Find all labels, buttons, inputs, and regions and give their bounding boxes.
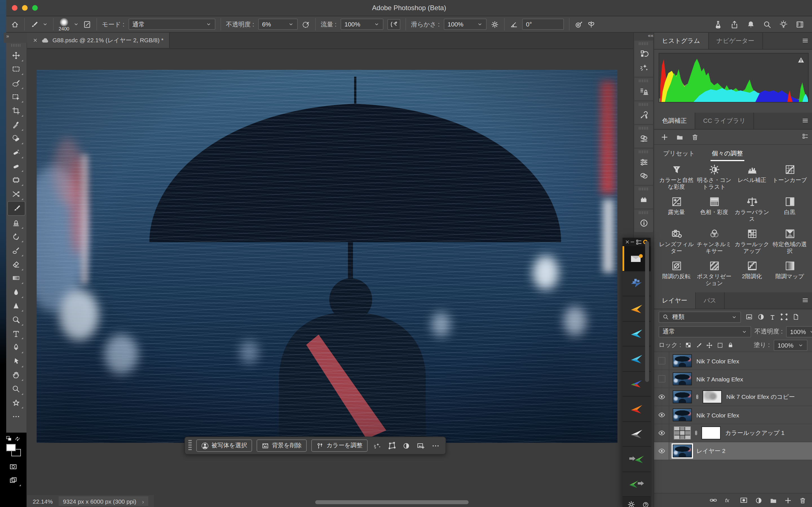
- add-mask-icon[interactable]: [740, 496, 748, 504]
- tab-cc-libraries[interactable]: CC ライブラリ: [695, 113, 754, 129]
- document-tab[interactable]: G88.psdc @ 22.1% (レイヤー 2, RGB/8) *: [27, 33, 170, 48]
- nik-help-icon[interactable]: [642, 501, 649, 507]
- layer-row[interactable]: Nik 7 Color Efex: [654, 406, 812, 424]
- airbrush-toggle[interactable]: [388, 19, 400, 30]
- adjustment-venn[interactable]: チャンネルミキサー: [695, 228, 733, 255]
- group-icon[interactable]: [676, 133, 683, 140]
- filter-shape-layers-icon[interactable]: [780, 313, 788, 321]
- layer-row[interactable]: Nik 7 Color Efex: [654, 352, 812, 370]
- lock-artboard-icon[interactable]: [717, 342, 723, 348]
- eraser-tool[interactable]: [7, 258, 24, 271]
- type-tool[interactable]: [7, 327, 24, 341]
- dock-collapse[interactable]: ««: [631, 33, 656, 41]
- adjustment-scale[interactable]: カラーバランス: [733, 196, 771, 223]
- fill-field[interactable]: 100%: [774, 339, 808, 351]
- hand-tool[interactable]: [7, 368, 24, 382]
- layer-name[interactable]: Nik 7 Color Efex のコピー: [726, 393, 795, 401]
- dodge-tool[interactable]: [7, 313, 24, 327]
- brush-tool-preset-icon[interactable]: [30, 20, 38, 29]
- filter-smart-object-icon[interactable]: [792, 313, 800, 321]
- tab-navigator[interactable]: ナビゲーター: [709, 33, 763, 49]
- delete-icon[interactable]: [691, 133, 699, 140]
- lock-all-icon[interactable]: [727, 342, 733, 348]
- info-icon[interactable]: [639, 216, 648, 230]
- layer-row[interactable]: Nik 7 Color Efex のコピー: [654, 388, 812, 406]
- panel-menu-icon[interactable]: [802, 117, 809, 124]
- toolbar-collapse[interactable]: »: [4, 33, 29, 43]
- zoom-tool[interactable]: [7, 382, 24, 396]
- edit-toolbar[interactable]: [7, 410, 24, 424]
- layer-name[interactable]: Nik 7 Color Efex: [696, 411, 739, 418]
- layer-mask-link-icon[interactable]: [694, 394, 700, 400]
- layer-name[interactable]: Nik 7 Analog Efex: [696, 376, 743, 382]
- panel-menu-icon[interactable]: [802, 297, 809, 304]
- tab-adjustments[interactable]: 色調補正: [654, 113, 695, 129]
- chevron-down-icon[interactable]: [42, 21, 48, 27]
- panel-menu-icon[interactable]: [802, 37, 809, 44]
- content-aware-move-tool[interactable]: [7, 187, 24, 201]
- nik-scrollbar[interactable]: [645, 241, 649, 382]
- layer-name[interactable]: レイヤー 2: [696, 447, 725, 455]
- transform-icon[interactable]: [388, 442, 396, 450]
- remove-background-button[interactable]: 背景を削除: [257, 439, 307, 452]
- generative-sparkle-icon[interactable]: [639, 61, 648, 74]
- nik-orange-red[interactable]: [622, 397, 651, 421]
- adjustment-huesat[interactable]: 色相・彩度: [695, 196, 733, 223]
- brush-preview[interactable]: 2400: [59, 18, 69, 31]
- visibility-eye-icon[interactable]: [654, 388, 669, 406]
- patch-tool[interactable]: [7, 159, 24, 173]
- visibility-toggle[interactable]: [654, 370, 669, 388]
- adjustment-camera[interactable]: レンズフィルター: [658, 228, 695, 255]
- brush-settings-panel-icon[interactable]: [83, 20, 91, 29]
- swap-colors-icon[interactable]: [14, 436, 21, 442]
- gradient-tool[interactable]: [7, 271, 24, 285]
- brush-tool[interactable]: [7, 201, 26, 216]
- bell-icon[interactable]: [747, 20, 755, 29]
- layer-thumbnail[interactable]: [673, 408, 692, 421]
- clone-source-icon[interactable]: [639, 84, 648, 98]
- quick-mask-button[interactable]: [5, 460, 22, 473]
- adjustment-sunhalf[interactable]: 明るさ・コントラスト: [695, 164, 733, 190]
- contextual-taskbar[interactable]: 被写体を選択背景を削除カラーを調整: [185, 437, 446, 455]
- adjustment-grid3[interactable]: カラールックアップ: [733, 228, 771, 255]
- layer-row[interactable]: レイヤー 2: [654, 442, 812, 460]
- adjustment-levels[interactable]: レベル補正: [733, 164, 771, 190]
- nik-green-out[interactable]: [622, 472, 651, 497]
- generative-fill-icon[interactable]: [373, 442, 381, 450]
- flask-icon[interactable]: [714, 20, 722, 29]
- properties-icon[interactable]: [639, 156, 648, 169]
- close-icon[interactable]: [625, 239, 630, 244]
- symmetry-icon[interactable]: [587, 20, 595, 29]
- shape-tool[interactable]: [7, 396, 24, 410]
- lock-position-icon[interactable]: [706, 342, 713, 348]
- layer-name[interactable]: Nik 7 Color Efex: [696, 357, 739, 364]
- layer-mask-link-icon[interactable]: [693, 430, 699, 436]
- subtab-presets[interactable]: プリセット: [662, 146, 696, 161]
- histogram-warning-icon[interactable]: [797, 56, 805, 64]
- layer-filter-select[interactable]: 種類: [659, 311, 741, 323]
- layer-opacity-field[interactable]: 100%: [786, 326, 812, 337]
- layer-row[interactable]: カラールックアップ 1: [654, 424, 812, 442]
- move-tool[interactable]: [7, 48, 24, 62]
- visibility-eye-icon[interactable]: [654, 424, 669, 442]
- more-options-icon[interactable]: [432, 441, 440, 450]
- minimize-icon[interactable]: [630, 239, 635, 244]
- remove-tool[interactable]: [7, 145, 24, 159]
- canvas-image[interactable]: [37, 70, 617, 443]
- workspace-icon[interactable]: [796, 20, 804, 29]
- adjustment-steps[interactable]: 2階調化: [733, 260, 771, 287]
- layer-blend-mode-select[interactable]: 通常: [659, 326, 751, 337]
- search-icon[interactable]: [763, 20, 771, 29]
- adjustment-gradsq[interactable]: 階調マップ: [771, 260, 809, 287]
- layer-thumbnail[interactable]: [673, 390, 692, 403]
- new-adjustment-layer-icon[interactable]: [755, 497, 762, 504]
- blend-mode-select[interactable]: 通常: [128, 18, 215, 30]
- chevron-down-icon[interactable]: [73, 21, 79, 27]
- pen-tool[interactable]: [7, 341, 24, 354]
- lock-transparency-icon[interactable]: [685, 342, 691, 348]
- eyedropper-tool[interactable]: [7, 118, 24, 131]
- layer-thumbnail[interactable]: [673, 445, 692, 457]
- adjustment-exposure[interactable]: 露光量: [658, 196, 695, 223]
- mixer-brush-tool[interactable]: [7, 244, 24, 258]
- blur-tool[interactable]: [7, 285, 24, 299]
